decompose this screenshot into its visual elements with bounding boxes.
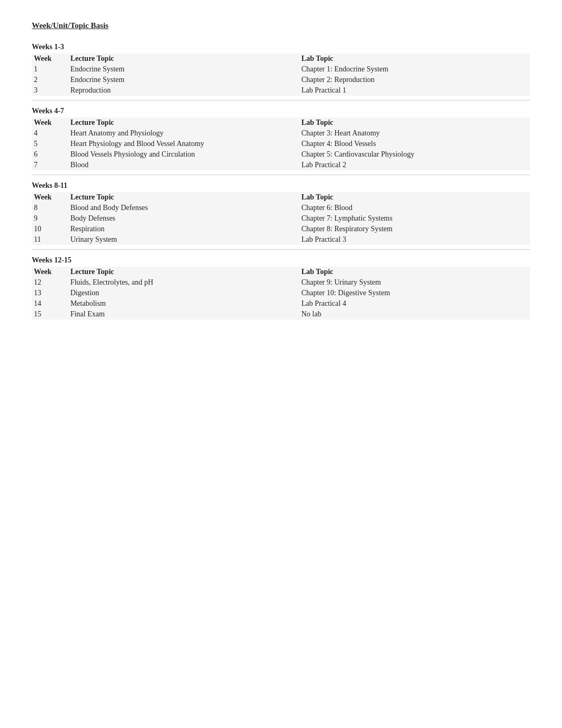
section-divider <box>32 249 530 250</box>
cell-lecture: Body Defenses <box>68 213 300 224</box>
cell-lecture: Urinary System <box>68 234 300 245</box>
cell-lab: Lab Topic <box>299 267 530 277</box>
cell-lab: Lab Practical 3 <box>299 234 530 245</box>
cell-lecture: Endocrine System <box>68 64 300 75</box>
table-row: WeekLecture TopicLab Topic <box>32 192 530 203</box>
cell-lecture: Digestion <box>68 288 300 298</box>
section-divider <box>32 100 530 101</box>
cell-lab: Lab Practical 2 <box>299 160 530 170</box>
table-row: 4Heart Anatomy and PhysiologyChapter 3: … <box>32 128 530 139</box>
cell-lecture: Blood and Body Defenses <box>68 203 300 213</box>
cell-lab: Chapter 1: Endocrine System <box>299 64 530 75</box>
cell-week: 5 <box>32 139 68 149</box>
table-row: 5Heart Physiology and Blood Vessel Anato… <box>32 139 530 149</box>
section-table-weeks-1-3: WeekLecture TopicLab Topic1Endocrine Sys… <box>32 53 530 96</box>
section-divider <box>32 175 530 175</box>
cell-lab: Chapter 10: Digestive System <box>299 288 530 298</box>
cell-week: 6 <box>32 149 68 160</box>
cell-lecture: Lecture Topic <box>68 117 300 128</box>
cell-lecture: Final Exam <box>68 309 300 320</box>
cell-lecture: Lecture Topic <box>68 192 300 203</box>
section-table-weeks-8-11: WeekLecture TopicLab Topic8Blood and Bod… <box>32 192 530 245</box>
cell-week: 2 <box>32 75 68 85</box>
table-row: 2Endocrine SystemChapter 2: Reproduction <box>32 75 530 85</box>
cell-week: 4 <box>32 128 68 139</box>
cell-lecture: Heart Anatomy and Physiology <box>68 128 300 139</box>
cell-week: 1 <box>32 64 68 75</box>
table-row: 12Fluids, Electrolytes, and pHChapter 9:… <box>32 277 530 288</box>
cell-week: 15 <box>32 309 68 320</box>
cell-week: Week <box>32 53 68 64</box>
cell-week: Week <box>32 192 68 203</box>
cell-lab: Chapter 2: Reproduction <box>299 75 530 85</box>
cell-lecture: Lecture Topic <box>68 53 300 64</box>
table-row: 11Urinary SystemLab Practical 3 <box>32 234 530 245</box>
table-row: 13DigestionChapter 10: Digestive System <box>32 288 530 298</box>
cell-lab: Chapter 5: Cardiovascular Physiology <box>299 149 530 160</box>
cell-lab: Chapter 9: Urinary System <box>299 277 530 288</box>
cell-week: 12 <box>32 277 68 288</box>
section-header-weeks-8-11: Weeks 8-11 <box>32 179 530 192</box>
cell-lab: Chapter 6: Blood <box>299 203 530 213</box>
table-row: 10RespirationChapter 8: Respiratory Syst… <box>32 224 530 234</box>
cell-week: Week <box>32 117 68 128</box>
cell-lab: Lab Topic <box>299 53 530 64</box>
content-area: Weeks 1-3WeekLecture TopicLab Topic1Endo… <box>32 41 530 320</box>
cell-lab: Chapter 3: Heart Anatomy <box>299 128 530 139</box>
table-row: 6Blood Vessels Physiology and Circulatio… <box>32 149 530 160</box>
cell-week: 14 <box>32 298 68 309</box>
cell-lecture: Blood Vessels Physiology and Circulation <box>68 149 300 160</box>
cell-week: 13 <box>32 288 68 298</box>
section-header-weeks-1-3: Weeks 1-3 <box>32 41 530 53</box>
cell-lab: No lab <box>299 309 530 320</box>
cell-lecture: Blood <box>68 160 300 170</box>
cell-lab: Chapter 7: Lymphatic Systems <box>299 213 530 224</box>
section-table-weeks-4-7: WeekLecture TopicLab Topic4Heart Anatomy… <box>32 117 530 170</box>
cell-week: 9 <box>32 213 68 224</box>
table-row: 7BloodLab Practical 2 <box>32 160 530 170</box>
table-row: WeekLecture TopicLab Topic <box>32 267 530 277</box>
cell-lab: Chapter 4: Blood Vessels <box>299 139 530 149</box>
cell-lecture: Heart Physiology and Blood Vessel Anatom… <box>68 139 300 149</box>
cell-week: 11 <box>32 234 68 245</box>
table-row: WeekLecture TopicLab Topic <box>32 117 530 128</box>
cell-lab: Chapter 8: Respiratory System <box>299 224 530 234</box>
table-row: 14MetabolismLab Practical 4 <box>32 298 530 309</box>
table-row: WeekLecture TopicLab Topic <box>32 53 530 64</box>
table-row: 8Blood and Body DefensesChapter 6: Blood <box>32 203 530 213</box>
cell-lab: Lab Topic <box>299 192 530 203</box>
section-table-weeks-12-15: WeekLecture TopicLab Topic12Fluids, Elec… <box>32 267 530 320</box>
cell-lecture: Respiration <box>68 224 300 234</box>
cell-week: 10 <box>32 224 68 234</box>
cell-lecture: Lecture Topic <box>68 267 300 277</box>
cell-week: Week <box>32 267 68 277</box>
table-row: 1Endocrine SystemChapter 1: Endocrine Sy… <box>32 64 530 75</box>
cell-week: 3 <box>32 85 68 96</box>
cell-lab: Lab Topic <box>299 117 530 128</box>
page-title: Week/Unit/Topic Basis <box>32 21 530 30</box>
cell-lab: Lab Practical 1 <box>299 85 530 96</box>
cell-lecture: Metabolism <box>68 298 300 309</box>
cell-week: 7 <box>32 160 68 170</box>
table-row: 15Final ExamNo lab <box>32 309 530 320</box>
cell-lecture: Reproduction <box>68 85 300 96</box>
section-header-weeks-12-15: Weeks 12-15 <box>32 254 530 267</box>
cell-lecture: Fluids, Electrolytes, and pH <box>68 277 300 288</box>
section-header-weeks-4-7: Weeks 4-7 <box>32 105 530 117</box>
cell-lecture: Endocrine System <box>68 75 300 85</box>
cell-week: 8 <box>32 203 68 213</box>
table-row: 9Body DefensesChapter 7: Lymphatic Syste… <box>32 213 530 224</box>
table-row: 3ReproductionLab Practical 1 <box>32 85 530 96</box>
cell-lab: Lab Practical 4 <box>299 298 530 309</box>
